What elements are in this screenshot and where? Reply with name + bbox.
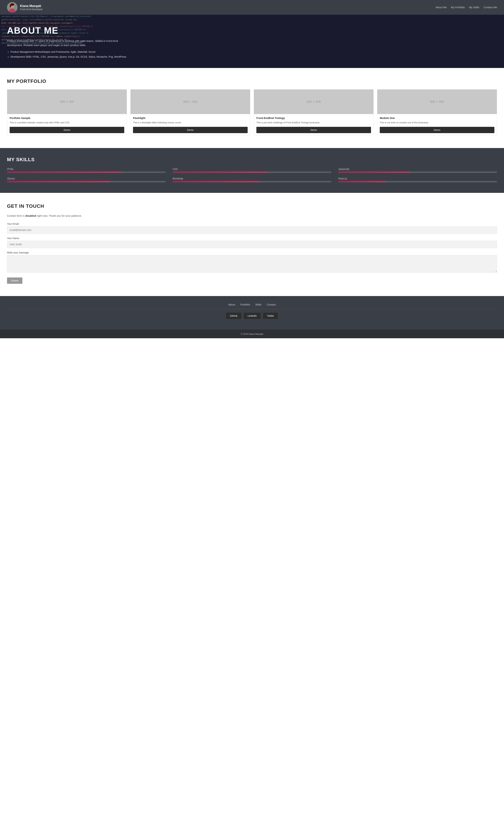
name-group: Your Name [7,237,497,248]
portfolio-card-title: Portfolio Sample [10,116,124,119]
portfolio-card-desc: This is a flashlight effect following mo… [133,121,248,124]
nav-about-me[interactable]: About Me [436,6,447,9]
skill-item: HTML [7,168,166,173]
skill-bar-bg [173,181,331,182]
footer-links: AboutPortfolioSkillsContact [7,303,497,306]
demo-button[interactable]: Demo [256,127,371,133]
footer-link-item[interactable]: Contact [267,303,276,306]
portfolio-image-2: 600 × 400 [254,89,373,114]
demo-button[interactable]: Demo [133,127,248,133]
contact-heading: GET IN TOUCH [7,203,497,209]
skill-bar-fill [173,171,268,173]
skill-bar-bg [7,171,166,173]
nav-portfolio[interactable]: My Portfolio [451,6,465,9]
navbar: Kiana Masqati Front-End Developer About … [0,0,504,15]
footer: AboutPortfolioSkillsContact GitHubLinked… [0,296,504,330]
portfolio-card-desc: This is my work on module one of the boo… [380,121,494,124]
skill-bar-bg [173,171,331,173]
skill-bar-fill [173,181,260,182]
skill-bar-fill [7,171,121,173]
message-textarea[interactable] [7,255,497,273]
email-input[interactable] [7,226,497,234]
submit-button[interactable]: Submit [7,278,22,284]
navbar-name: Kiana Masqati [20,4,43,8]
skill-label: JQuery [7,177,166,180]
hero-bullet-1: Product Management Methodologies and Fra… [11,49,497,54]
footer-divider [7,309,497,309]
name-label: Your Name [7,237,497,240]
portfolio-card: 600 × 400 Front-EndEnd Triology This is … [254,89,374,136]
skill-item: CSS [173,168,331,173]
portfolio-card: 600 × 400 Portfolio Sample This is a por… [7,89,127,136]
skill-label: Bootstrap [173,177,331,180]
portfolio-card: 600 × 400 Flashlight This is a flashligh… [130,89,250,136]
skill-bar-bg [338,171,497,173]
navbar-links: About Me My Portfolio My Skills Contact … [436,6,497,9]
portfolio-card: 600 × 400 Module One This is my work on … [377,89,497,136]
skill-item: Javascript [338,168,497,173]
hero-bullet-2: Development Skills: HTML, CSS, Javascrip… [11,54,497,59]
demo-button[interactable]: Demo [10,127,124,133]
footer-link-item[interactable]: Portfolio [240,303,250,306]
svg-point-4 [10,5,11,7]
avatar [7,2,17,13]
message-group: Write your message [7,251,497,273]
hero-skills-list: Product Management Methodologies and Fra… [11,49,497,59]
portfolio-section: MY PORTFOLIO 600 × 400 Portfolio Sample … [0,68,504,148]
footer-bottom: © 2023 Kiana Masqati [0,330,504,338]
skill-bar-bg [7,181,166,182]
social-button[interactable]: Twitter [263,313,278,319]
nav-contact[interactable]: Contact Me [484,6,497,9]
navbar-developer-title: Front-End Developer [20,8,43,11]
portfolio-card-desc: This is pre-work challenge of Front-EndE… [256,121,371,124]
skill-label: HTML [7,168,166,170]
contact-section: GET IN TOUCH Contact form is disabled ri… [0,193,504,296]
skill-item: React.js [338,177,497,182]
portfolio-card-title: Module One [380,116,494,119]
portfolio-card-desc: This is a portfolio website created only… [10,121,124,124]
portfolio-heading: MY PORTFOLIO [7,78,497,84]
portfolio-card-title: Front-EndEnd Triology [256,116,371,119]
footer-socials: GitHubLinkedinTwitter [7,313,497,319]
social-button[interactable]: GitHub [226,313,241,319]
demo-button[interactable]: Demo [380,127,494,133]
portfolio-image-3: 600 × 400 [377,89,497,114]
name-input[interactable] [7,241,497,248]
footer-copyright: © 2023 Kiana Masqati [241,333,263,335]
skill-label: Javascript [338,168,497,170]
portfolio-card-title: Flashlight [133,116,248,119]
social-button[interactable]: Linkedin [244,313,261,319]
portfolio-grid: 600 × 400 Portfolio Sample This is a por… [7,89,497,136]
hero-section: navigator.getAttribute(|;/etc,10)/Opera/… [0,15,504,68]
footer-link-item[interactable]: Skills [255,303,261,306]
skill-label: CSS [173,168,331,170]
hero-content: ABOUT ME Product enthusiast with 7+ year… [7,25,497,59]
skill-bar-fill [338,171,410,173]
footer-link-item[interactable]: About [228,303,235,306]
email-group: Your Email [7,223,497,234]
hero-description: Product enthusiast with 7+ years of expe… [7,39,133,47]
skill-bar-bg [338,181,497,182]
skills-section: MY SKILLS HTML CSS Javascript [0,148,504,193]
skill-bar-fill [338,181,386,182]
hero-heading: ABOUT ME [7,25,497,36]
skills-heading: MY SKILLS [7,157,497,162]
skill-label: React.js [338,177,497,180]
nav-skills[interactable]: My Skills [469,6,479,9]
portfolio-image-0: 600 × 400 [7,89,127,114]
skill-item: Bootstrap [173,177,331,182]
message-label: Write your message [7,251,497,254]
navbar-brand: Kiana Masqati Front-End Developer [7,2,43,13]
email-label: Your Email [7,223,497,225]
contact-disabled-message: Contact form is disabled right now. Than… [7,214,497,217]
skills-grid: HTML CSS Javascript JQuery [7,168,497,182]
skill-item: JQuery [7,177,166,182]
portfolio-image-1: 600 × 400 [131,89,250,114]
skill-bar-fill [7,181,110,182]
